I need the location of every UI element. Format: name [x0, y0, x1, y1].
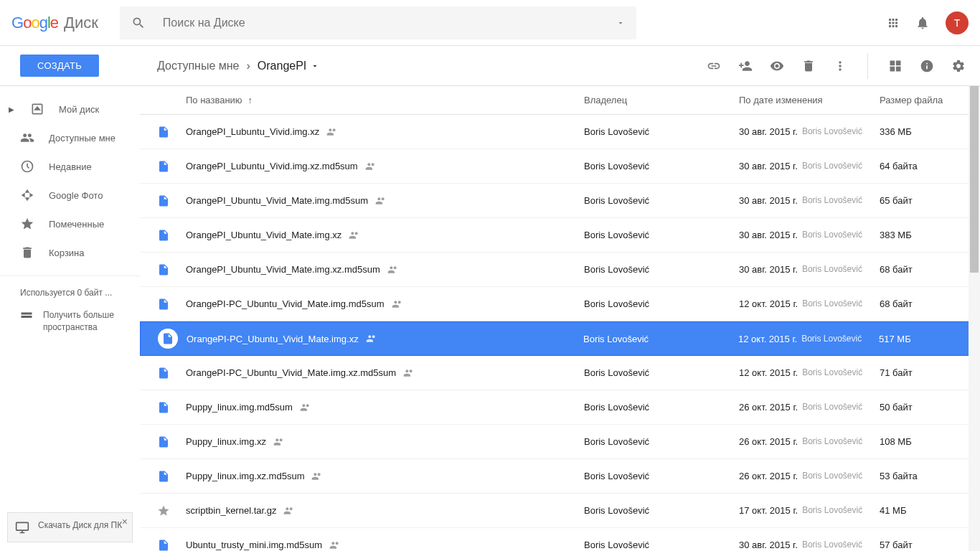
file-owner: Boris Lovošević: [584, 540, 739, 550]
breadcrumb-current[interactable]: OrangePI: [258, 60, 319, 72]
file-name: OrangePI-PC_Ubuntu_Vivid_Mate.img.md5sum: [186, 298, 584, 310]
more-icon[interactable]: [833, 59, 847, 73]
clock-icon: [20, 159, 34, 174]
search-bar[interactable]: [120, 6, 636, 39]
storage-used: Используется 0 байт ...: [0, 276, 140, 303]
preview-icon[interactable]: [770, 59, 784, 73]
column-headers: По названию ↑ Владелец По дате изменения…: [140, 86, 980, 115]
sidebar-item-shared[interactable]: Доступные мне: [0, 123, 140, 152]
file-name: Puppy_linux.img.xz.md5sum: [186, 471, 584, 482]
file-size: 336 МБ: [880, 126, 980, 137]
chevron-right-icon: ›: [247, 60, 250, 72]
delete-icon[interactable]: [801, 59, 816, 73]
file-name: scriptbin_kernel.tar.gz: [186, 505, 584, 517]
shared-icon: [329, 540, 341, 551]
file-icon: [157, 229, 186, 242]
search-icon: [131, 16, 146, 30]
column-modified[interactable]: По дате изменения: [739, 95, 880, 105]
toolbar: СОЗДАТЬ Доступные мне › OrangePI: [0, 46, 980, 86]
toolbar-actions: [707, 53, 980, 79]
file-owner: Boris Lovošević: [584, 230, 739, 240]
scrollbar[interactable]: [969, 86, 980, 551]
sidebar-item-starred[interactable]: Помеченные: [0, 209, 140, 238]
close-icon[interactable]: ×: [122, 516, 128, 527]
sidebar: ▶ Мой диск Доступные мне Недавние Google…: [0, 86, 140, 551]
file-name: Puppy_linux.img.xz: [186, 436, 584, 448]
search-input[interactable]: [163, 17, 616, 29]
file-name: OrangePI_Lubuntu_Vivid.img.xz: [186, 126, 584, 138]
breadcrumb: Доступные мне › OrangePI: [140, 60, 707, 72]
table-row[interactable]: OrangePI-PC_Ubuntu_Vivid_Mate.img.xz.md5…: [140, 356, 980, 390]
table-row[interactable]: OrangePI-PC_Ubuntu_Vivid_Mate.img.md5sum…: [140, 287, 980, 321]
upgrade-storage[interactable]: Получить больше пространства: [0, 303, 140, 339]
search-dropdown-icon[interactable]: [616, 19, 625, 27]
file-owner: Boris Lovošević: [584, 471, 739, 481]
notifications-icon[interactable]: [915, 16, 930, 30]
share-icon[interactable]: [738, 59, 753, 73]
shared-icon: [392, 298, 403, 310]
sidebar-item-label: Мой диск: [59, 104, 99, 115]
table-row[interactable]: OrangePI_Ubuntu_Vivid_Mate.img.xzBoris L…: [140, 218, 980, 253]
grid-view-icon[interactable]: [888, 59, 903, 73]
file-name: OrangePI-PC_Ubuntu_Vivid_Mate.img.xz: [187, 333, 583, 344]
table-row[interactable]: scriptbin_kernel.tar.gzBoris Lovošević17…: [140, 494, 980, 528]
file-icon: [157, 263, 186, 276]
file-icon: [157, 160, 186, 173]
file-owner: Boris Lovošević: [584, 402, 739, 413]
sidebar-item-mydrive[interactable]: ▶ Мой диск: [0, 95, 140, 123]
file-icon: [157, 470, 186, 483]
avatar[interactable]: T: [946, 11, 969, 34]
settings-icon[interactable]: [951, 59, 966, 73]
info-icon[interactable]: [920, 59, 934, 73]
table-row[interactable]: Puppy_linux.img.xz.md5sumBoris Lovošević…: [140, 459, 980, 494]
file-name: OrangePI_Ubuntu_Vivid_Mate.img.md5sum: [186, 195, 584, 207]
file-name: OrangePI_Ubuntu_Vivid_Mate.img.xz: [186, 230, 584, 241]
table-row[interactable]: OrangePI_Lubuntu_Vivid.img.xz.md5sumBori…: [140, 149, 980, 184]
create-button[interactable]: СОЗДАТЬ: [20, 55, 99, 77]
sort-arrow-icon: ↑: [248, 95, 253, 105]
sidebar-item-trash[interactable]: Корзина: [0, 238, 140, 267]
file-icon: [158, 329, 187, 349]
logo[interactable]: Google Диск: [11, 14, 98, 32]
sidebar-item-label: Недавние: [49, 161, 92, 172]
download-drive-card[interactable]: × Скачать Диск для ПК: [7, 512, 133, 542]
upgrade-label: Получить больше пространства: [43, 309, 131, 334]
google-logo: Google: [11, 14, 58, 32]
table-row[interactable]: Puppy_linux.img.md5sumBoris Lovošević26 …: [140, 390, 980, 425]
file-icon: [157, 367, 186, 380]
sidebar-item-recent[interactable]: Недавние: [0, 152, 140, 181]
table-row[interactable]: Puppy_linux.img.xzBoris Lovošević26 окт.…: [140, 425, 980, 459]
expand-arrow-icon[interactable]: ▶: [9, 105, 16, 113]
shared-icon: [366, 333, 377, 344]
file-size: 517 МБ: [879, 334, 979, 344]
column-name[interactable]: По названию ↑: [157, 95, 584, 105]
file-icon: [157, 194, 186, 207]
file-owner: Boris Lovošević: [584, 505, 739, 516]
file-owner: Boris Lovošević: [584, 126, 739, 137]
column-size[interactable]: Размер файла: [880, 95, 980, 105]
file-date: 12 окт. 2015 г.Boris Lovošević: [739, 298, 880, 309]
table-row[interactable]: OrangePI_Lubuntu_Vivid.img.xzBoris Lovoš…: [140, 115, 980, 149]
shared-icon: [283, 505, 295, 517]
file-date: 26 окт. 2015 г.Boris Lovošević: [739, 471, 880, 481]
sidebar-item-label: Доступные мне: [49, 133, 116, 143]
file-size: 64 байта: [880, 161, 980, 171]
chevron-down-icon: [311, 62, 319, 70]
column-owner[interactable]: Владелец: [584, 95, 739, 105]
link-icon[interactable]: [707, 59, 721, 73]
file-size: 68 байт: [880, 298, 980, 309]
table-row[interactable]: Ubuntu_trusty_mini.img.md5sumBoris Lovoš…: [140, 528, 980, 551]
shared-icon: [403, 367, 415, 379]
shared-icon: [387, 264, 399, 276]
scrollbar-thumb[interactable]: [970, 86, 979, 273]
svg-rect-2: [17, 522, 29, 530]
people-icon: [20, 131, 34, 145]
table-row[interactable]: OrangePI_Ubuntu_Vivid_Mate.img.md5sumBor…: [140, 184, 980, 218]
file-icon: [157, 435, 186, 448]
table-row[interactable]: OrangePI_Ubuntu_Vivid_Mate.img.xz.md5sum…: [140, 253, 980, 287]
table-row[interactable]: OrangePI-PC_Ubuntu_Vivid_Mate.img.xzBori…: [140, 321, 980, 356]
file-icon: [157, 539, 186, 552]
apps-icon[interactable]: [887, 17, 900, 29]
sidebar-item-photos[interactable]: Google Фото: [0, 181, 140, 209]
breadcrumb-root[interactable]: Доступные мне: [157, 60, 240, 72]
